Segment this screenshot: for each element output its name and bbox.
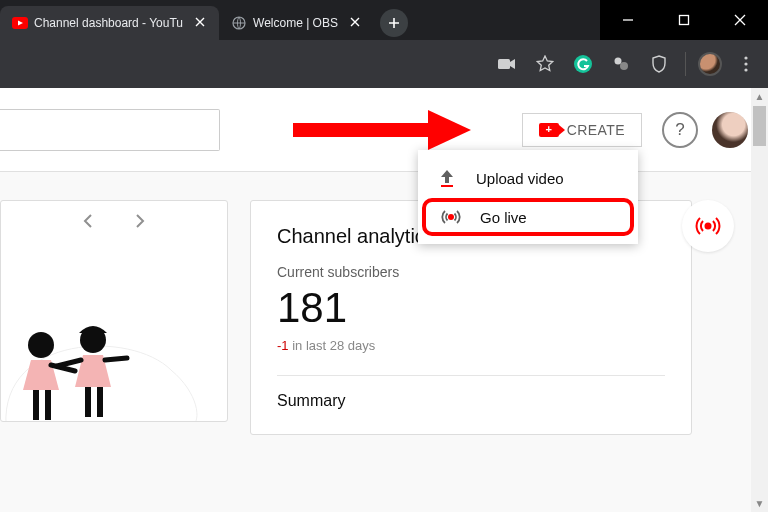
svg-point-8 [744,62,747,65]
youtube-icon [12,15,28,31]
extension-icon[interactable] [607,50,635,78]
tab-1[interactable]: Channel dashboard - YouTu [0,6,219,40]
delta-suffix: in last 28 days [289,338,376,353]
illustration [0,275,211,422]
toolbar-separator [685,52,686,76]
summary-heading: Summary [277,392,665,410]
close-window-button[interactable] [712,0,768,40]
help-icon: ? [675,120,684,140]
dashboard-content: Channel analytics Current subscribers 18… [0,172,768,435]
browser-toolbar [0,40,768,88]
scrollbar[interactable]: ▲ ▼ [751,88,768,512]
globe-icon [231,15,247,31]
channel-avatar[interactable] [712,112,748,148]
create-button[interactable]: + CREATE [522,113,642,147]
search-input[interactable] [0,109,220,151]
yt-header: + CREATE ? [0,88,768,172]
tab-title: Welcome | OBS [253,16,338,30]
svg-point-6 [620,62,628,70]
bookmark-star-icon[interactable] [531,50,559,78]
minimize-button[interactable] [600,0,656,40]
svg-point-10 [28,332,54,358]
scroll-up-icon[interactable]: ▲ [751,88,768,105]
svg-rect-16 [441,185,453,187]
svg-rect-3 [498,59,510,69]
upload-video-label: Upload video [476,170,564,187]
carousel-next-button[interactable] [134,213,146,234]
broadcast-icon [440,208,462,226]
go-live-label: Go live [480,209,527,226]
subscribers-label: Current subscribers [277,264,665,280]
live-shortcut-button[interactable] [682,200,734,252]
broadcast-icon [695,215,721,237]
kebab-menu-icon[interactable] [732,50,760,78]
svg-point-17 [448,214,454,220]
svg-point-5 [615,58,622,65]
maximize-button[interactable] [656,0,712,40]
help-button[interactable]: ? [662,112,698,148]
new-tab-button[interactable] [380,9,408,37]
subscribers-delta: -1 in last 28 days [277,338,665,353]
grammarly-icon[interactable] [569,50,597,78]
svg-rect-12 [45,390,51,420]
browser-titlebar: Channel dashboard - YouTu Welcome | OBS [0,0,768,40]
go-live-item[interactable]: Go live [422,198,634,236]
svg-point-7 [744,56,747,59]
carousel-card [0,200,228,422]
scrollbar-thumb[interactable] [753,106,766,146]
svg-rect-11 [33,390,39,420]
create-button-label: CREATE [567,122,625,138]
camera-create-icon: + [539,123,559,137]
svg-point-18 [705,223,712,230]
svg-point-9 [744,68,747,71]
upload-video-item[interactable]: Upload video [418,158,638,198]
page: + CREATE ? [0,88,768,512]
svg-rect-15 [97,387,103,417]
carousel-prev-button[interactable] [82,213,94,234]
card-divider [277,375,665,376]
close-icon[interactable] [350,16,364,30]
upload-icon [436,168,458,188]
browser-profile-avatar[interactable] [698,52,722,76]
subscribers-count: 181 [277,284,665,332]
svg-rect-2 [680,16,689,25]
create-dropdown: Upload video Go live [418,150,638,244]
svg-rect-14 [85,387,91,417]
close-icon[interactable] [195,16,209,30]
delta-value: -1 [277,338,289,353]
tab-title: Channel dashboard - YouTu [34,16,183,30]
tab-2[interactable]: Welcome | OBS [219,6,374,40]
window-controls [600,0,768,40]
shield-icon[interactable] [645,50,673,78]
scroll-down-icon[interactable]: ▼ [751,495,768,512]
camera-icon[interactable] [493,50,521,78]
